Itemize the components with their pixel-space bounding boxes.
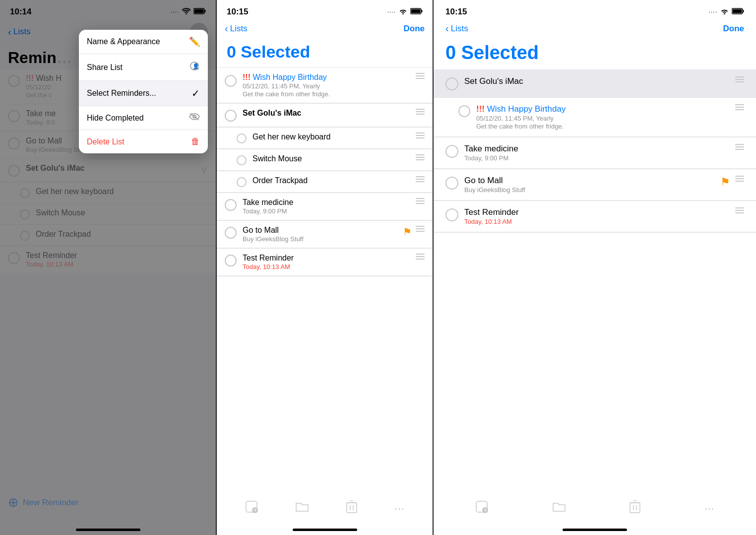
back-button-right[interactable]: ‹ Lists	[445, 23, 468, 34]
nav-bar-middle: ‹ Lists Done	[217, 21, 433, 38]
dropdown-item-hide-completed[interactable]: Hide Completed	[79, 106, 208, 130]
reminder-subtitle: Today, 9:00 PM	[243, 207, 416, 215]
reminder-title: Set Golu's iMac	[464, 76, 735, 86]
list-item[interactable]: Take medicine Today, 9:00 PM	[217, 193, 433, 220]
svg-rect-19	[733, 9, 742, 13]
list-item[interactable]: !!! Wish Happy Birthday 05/12/20, 11:45 …	[217, 68, 433, 103]
list-item[interactable]: Go to Mall Buy iGeeksBlog Stuff ⚑	[434, 169, 756, 201]
reminder-circle[interactable]	[237, 134, 247, 143]
dropdown-label: Select Reminders...	[87, 89, 156, 98]
back-label-middle: Lists	[230, 24, 248, 34]
trash-icon-right[interactable]	[630, 500, 640, 516]
reminder-title: !!! Wish Happy Birthday	[243, 73, 416, 82]
svg-rect-20	[743, 10, 744, 12]
dropdown-item-name-appearance[interactable]: Name & Appearance ✏️	[79, 30, 208, 54]
list-item[interactable]: Take medicine Today, 9:00 PM	[434, 137, 756, 169]
chevron-icon-middle: ‹	[225, 23, 228, 34]
list-item[interactable]: Test Reminder Today, 10:13 AM	[434, 201, 756, 232]
screen-left: 10:14 ···· ‹ Lists ··· Remin… !!! Wish	[0, 0, 216, 535]
list-item[interactable]: Set Golu's iMac	[217, 104, 433, 127]
drag-handle	[416, 133, 425, 138]
list-item[interactable]: Test Reminder Today, 10:13 AM	[217, 249, 433, 276]
svg-rect-9	[422, 10, 423, 12]
list-item[interactable]: Get her new keyboard	[217, 128, 433, 149]
eye-hidden-icon	[189, 113, 200, 123]
list-item[interactable]: Order Trackpad	[217, 171, 433, 193]
list-item[interactable]: Switch Mouse	[217, 149, 433, 171]
reminder-circle[interactable]	[225, 227, 237, 239]
svg-text:👤: 👤	[192, 63, 199, 69]
chevron-icon-right: ‹	[445, 23, 449, 34]
trash-icon-middle[interactable]	[346, 500, 357, 516]
drag-handle	[735, 176, 744, 182]
flag-icon-right: ⚑	[720, 176, 730, 189]
reminder-title: Test Reminder	[243, 254, 416, 263]
reminder-list-right: Set Golu's iMac !!! Wish Happy Birthday …	[434, 70, 756, 233]
reminder-subtitle: Today, 10:13 AM	[243, 263, 416, 270]
dropdown-item-select-reminders[interactable]: Select Reminders... ✓	[79, 81, 208, 106]
screen-middle: 10:15 ···· ‹ Lists Done 0 Selected !!!	[217, 0, 433, 535]
battery-icon-right	[732, 7, 744, 16]
reminder-content: Set Golu's iMac	[243, 109, 416, 118]
wifi-icon-middle	[399, 7, 407, 16]
svg-text:+: +	[253, 507, 257, 513]
reminder-subtitle2: Get the cake from other fridge.	[476, 123, 735, 130]
svg-text:+: +	[484, 507, 487, 513]
reminder-content: Set Golu's iMac	[464, 76, 735, 86]
drag-handle	[416, 73, 425, 79]
signal-icon-middle: ····	[387, 8, 396, 15]
reminder-content: Test Reminder Today, 10:13 AM	[243, 254, 416, 270]
reminder-circle[interactable]	[445, 177, 458, 190]
nav-bar-right: ‹ Lists Done	[434, 21, 756, 38]
dropdown-label: Name & Appearance	[87, 37, 160, 46]
list-item[interactable]: Go to Mall Buy iGeeksBlog Stuff ⚑	[217, 221, 433, 248]
share-icon: 👤	[189, 61, 200, 74]
trash-icon-dropdown: 🗑	[191, 136, 200, 147]
reminder-list-middle: !!! Wish Happy Birthday 05/12/20, 11:45 …	[217, 68, 433, 276]
reminder-subtitle: Buy iGeeksBlog Stuff	[243, 235, 403, 243]
add-to-list-icon-middle[interactable]: +	[245, 500, 258, 516]
reminder-content: Order Trackpad	[252, 176, 416, 185]
done-button-middle[interactable]: Done	[404, 24, 425, 34]
reminder-content: !!! Wish Happy Birthday 05/12/20, 11:45 …	[476, 104, 735, 130]
reminder-circle[interactable]	[237, 155, 247, 165]
pencil-icon: ✏️	[189, 36, 200, 47]
home-indicator-middle	[293, 529, 357, 531]
add-to-list-icon-right[interactable]: +	[475, 500, 488, 516]
reminder-circle[interactable]	[225, 199, 237, 211]
more-icon-right[interactable]: ···	[704, 501, 714, 515]
drag-handle	[416, 109, 425, 115]
time-right: 10:15	[445, 7, 467, 17]
list-item[interactable]: !!! Wish Happy Birthday 05/12/20, 11:45 …	[434, 98, 756, 137]
bottom-toolbar-right: + ···	[434, 496, 756, 520]
reminder-content: Go to Mall Buy iGeeksBlog Stuff	[243, 226, 403, 243]
more-icon-middle[interactable]: ···	[394, 501, 404, 515]
status-icons-middle: ····	[387, 7, 423, 16]
reminder-circle[interactable]	[225, 255, 237, 267]
dropdown-item-share-list[interactable]: Share List 👤	[79, 54, 208, 81]
home-indicator-right	[563, 529, 627, 531]
dropdown-label: Delete List	[87, 137, 125, 146]
dropdown-item-delete-list[interactable]: Delete List 🗑	[79, 130, 208, 153]
reminder-circle[interactable]	[225, 110, 237, 122]
done-button-right[interactable]: Done	[723, 24, 745, 34]
reminder-title: Take medicine	[464, 144, 735, 154]
reminder-subtitle: Today, 9:00 PM	[464, 154, 735, 162]
bottom-toolbar-middle: + ···	[217, 496, 433, 520]
reminder-subtitle: 05/12/20, 11:45 PM, Yearly	[243, 82, 416, 90]
folder-icon-middle[interactable]	[295, 501, 309, 515]
reminder-circle[interactable]	[445, 145, 458, 158]
reminder-circle[interactable]	[237, 177, 247, 187]
reminder-content: Switch Mouse	[252, 154, 416, 163]
list-item[interactable]: Set Golu's iMac	[434, 70, 756, 97]
svg-rect-24	[630, 503, 640, 513]
svg-rect-13	[347, 503, 357, 513]
reminder-circle[interactable]	[445, 208, 458, 221]
reminder-circle[interactable]	[458, 105, 470, 117]
reminder-content: Go to Mall Buy iGeeksBlog Stuff	[464, 176, 720, 194]
folder-icon-right[interactable]	[552, 501, 566, 515]
reminder-circle[interactable]	[225, 75, 237, 87]
back-button-middle[interactable]: ‹ Lists	[225, 23, 248, 34]
reminder-circle[interactable]	[445, 77, 458, 90]
reminder-content: Take medicine Today, 9:00 PM	[243, 198, 416, 215]
